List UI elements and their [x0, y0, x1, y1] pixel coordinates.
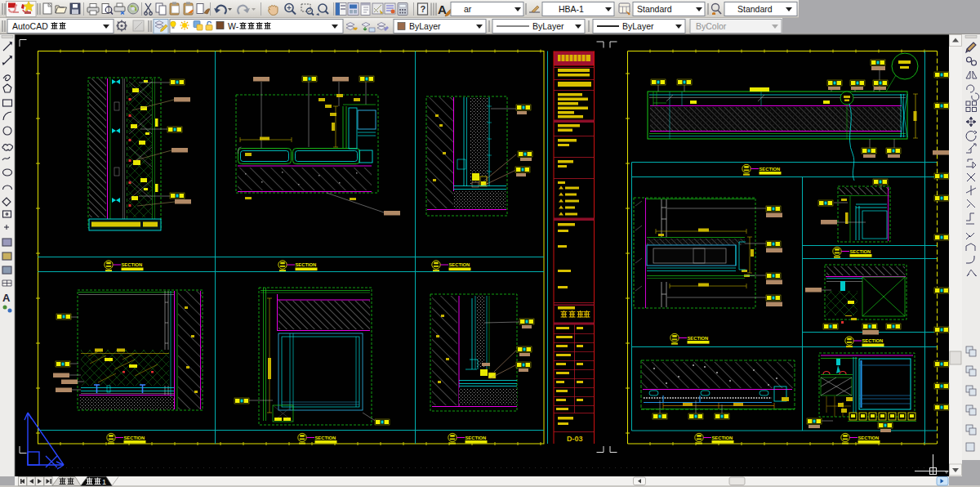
svg-text:AutoCAD: AutoCAD: [12, 21, 48, 31]
svg-text:A: A: [438, 2, 447, 16]
svg-text:?: ?: [421, 4, 426, 14]
svg-text:ByLayer: ByLayer: [409, 21, 441, 31]
svg-text:D-03: D-03: [567, 435, 583, 443]
svg-text:ByColor: ByColor: [696, 21, 727, 31]
svg-text:HBA-1: HBA-1: [559, 4, 584, 14]
svg-text:ByLayer: ByLayer: [622, 21, 654, 31]
svg-text:1: 1: [102, 478, 106, 486]
svg-text:ar: ar: [464, 4, 472, 14]
svg-text:Standard: Standard: [637, 4, 672, 14]
svg-text:W-: W-: [228, 21, 239, 31]
svg-text:A: A: [2, 292, 11, 304]
svg-text:Standard: Standard: [737, 4, 773, 14]
svg-text:ByLayer: ByLayer: [532, 21, 564, 31]
